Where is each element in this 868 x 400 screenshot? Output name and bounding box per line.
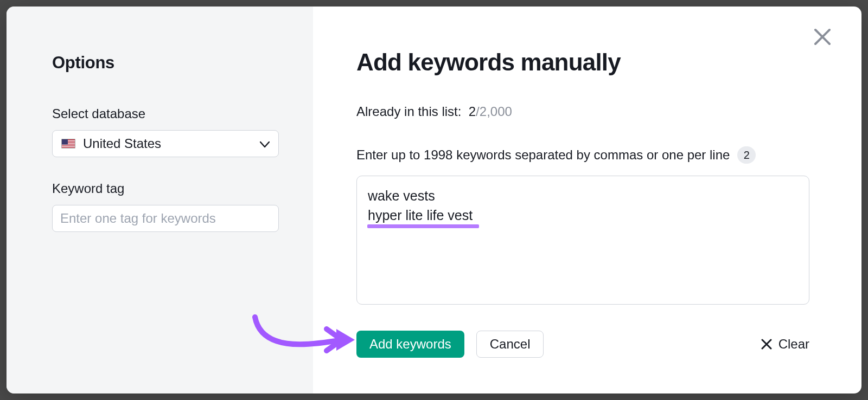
add-keywords-modal: Options Select database United States [7, 7, 861, 393]
already-max: /2,000 [476, 104, 512, 119]
enter-label: Enter up to 1998 keywords separated by c… [356, 147, 730, 163]
sidebar-title: Options [52, 53, 270, 73]
svg-rect-6 [62, 147, 75, 148]
clear-label: Clear [778, 337, 809, 352]
chevron-down-icon [260, 136, 270, 151]
options-sidebar: Options Select database United States [7, 7, 313, 393]
main-title: Add keywords manually [356, 49, 829, 76]
actions-row: Add keywords Cancel Clear [356, 331, 809, 358]
cancel-button[interactable]: Cancel [476, 331, 544, 358]
database-select[interactable]: United States [52, 130, 279, 157]
keyword-tag-label: Keyword tag [52, 181, 270, 196]
svg-rect-5 [62, 146, 75, 147]
close-icon [761, 339, 772, 350]
database-value: United States [83, 136, 161, 151]
close-button[interactable] [810, 25, 834, 49]
clear-button[interactable]: Clear [761, 337, 809, 352]
already-in-list-row: Already in this list: 2/2,000 [356, 104, 829, 119]
database-label: Select database [52, 106, 270, 121]
entered-count-badge: 2 [737, 146, 756, 164]
keywords-textarea[interactable] [356, 176, 809, 305]
svg-rect-7 [62, 139, 68, 145]
svg-rect-4 [62, 145, 75, 145]
already-label: Already in this list: [356, 104, 461, 119]
main-panel: Add keywords manually Already in this li… [313, 7, 861, 393]
close-icon [813, 28, 832, 46]
enter-instructions-row: Enter up to 1998 keywords separated by c… [356, 146, 829, 164]
already-current: 2 [469, 104, 476, 119]
keyword-tag-input[interactable] [52, 205, 279, 232]
us-flag-icon [61, 139, 75, 149]
add-keywords-button[interactable]: Add keywords [356, 331, 464, 358]
